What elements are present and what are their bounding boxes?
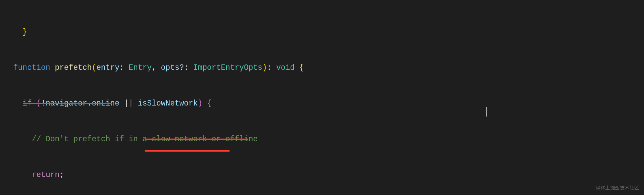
- text-cursor-icon: [486, 107, 487, 117]
- code-line[interactable]: }: [3, 26, 644, 38]
- annotation-underline: [145, 139, 248, 140]
- keyword-function: function: [13, 63, 50, 72]
- param: entry: [96, 63, 119, 72]
- type: Entry: [129, 63, 152, 72]
- code-editor[interactable]: } function prefetch(entry: Entry, opts?:…: [0, 0, 644, 195]
- function-name: prefetch: [55, 63, 92, 72]
- keyword-return: return: [32, 171, 59, 179]
- type: void: [276, 63, 295, 72]
- annotation-underline: [23, 103, 112, 104]
- code-line[interactable]: // Don't prefetch if in a slow network o…: [3, 134, 644, 146]
- code-line[interactable]: function prefetch(entry: Entry, opts?: I…: [3, 62, 644, 74]
- watermark-label: @稀土掘金技术社区: [596, 184, 639, 192]
- identifier: isSlowNetwork: [138, 99, 198, 108]
- annotation-underline: [145, 150, 230, 152]
- param: opts: [161, 63, 179, 72]
- type: ImportEntryOpts: [193, 63, 262, 72]
- code-line[interactable]: return;: [3, 169, 644, 181]
